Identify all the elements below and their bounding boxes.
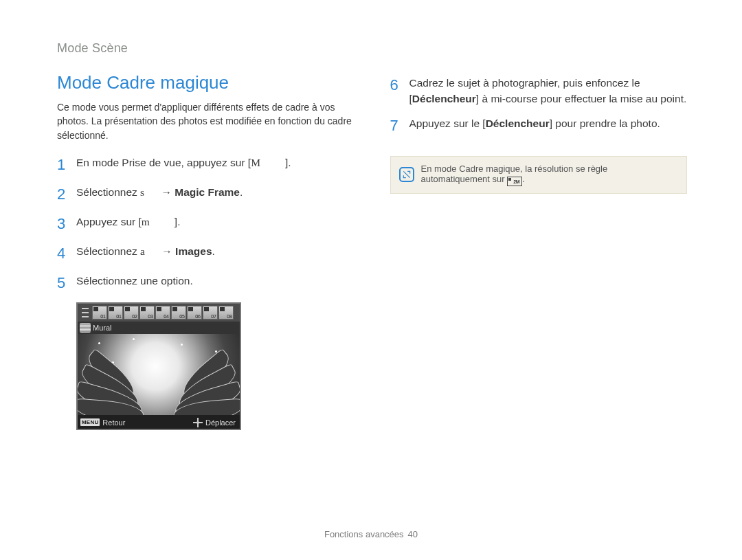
dpad-icon xyxy=(193,418,203,427)
step-body: Sélectionnez une option. xyxy=(76,273,355,289)
shutter-label: Déclencheur xyxy=(486,117,550,129)
side-indicator-icon xyxy=(80,306,90,319)
breadcrumb: Mode Scène xyxy=(57,41,687,56)
note-icon xyxy=(399,167,414,182)
step-number: 6 xyxy=(390,74,409,96)
step-body: Sélectionnez a → Images. xyxy=(76,243,355,259)
shutter-label: Déclencheur xyxy=(412,93,476,104)
frame-thumb: 01 xyxy=(92,306,107,320)
step-body: En mode Prise de vue, appuyez sur [M]. xyxy=(76,155,355,170)
menu-target: Images xyxy=(175,245,212,257)
anti-shake-icon xyxy=(80,323,91,333)
right-column: 6 Cadrez le sujet à photographier, puis … xyxy=(390,72,688,430)
frame-thumb: 02 xyxy=(124,306,139,320)
frame-thumb: 06 xyxy=(187,306,202,320)
step-number: 4 xyxy=(57,242,76,265)
step-number: 3 xyxy=(57,212,76,235)
section-heading: Mode Cadre magique xyxy=(57,72,355,93)
frame-name-label: Mural xyxy=(93,324,112,332)
menu-glyph: m xyxy=(142,214,150,229)
resolution-icon: 2M xyxy=(507,177,522,186)
step-item: 1 En mode Prise de vue, appuyez sur [M]. xyxy=(57,155,355,176)
frame-thumb: 04 xyxy=(155,306,170,320)
page-number: 40 xyxy=(408,529,418,539)
adjust-glyph: a xyxy=(140,243,145,259)
wing-decoration-icon xyxy=(169,346,240,415)
footer-section-label: Fonctions avancées xyxy=(324,529,404,539)
step-number: 1 xyxy=(57,153,76,176)
left-column: Mode Cadre magique Ce mode vous permet d… xyxy=(57,72,355,430)
step-body: Appuyez sur [m]. xyxy=(76,214,355,229)
footer-move-label: Déplacer xyxy=(205,418,236,427)
info-note: En mode Cadre magique, la résolution se … xyxy=(390,156,688,194)
footer-back-label: Retour xyxy=(102,418,125,427)
steps-list-left: 1 En mode Prise de vue, appuyez sur [M].… xyxy=(57,155,355,294)
frame-thumbnails-row: 01 01 02 03 04 05 06 07 08 xyxy=(78,304,240,322)
step-number: 7 xyxy=(390,114,409,137)
step-item: 6 Cadrez le sujet à photographier, puis … xyxy=(390,75,688,107)
scene-glyph: s xyxy=(140,184,144,200)
menu-target: Magic Frame xyxy=(175,186,240,198)
wing-decoration-icon xyxy=(78,346,148,415)
frame-preview xyxy=(78,334,240,415)
menu-badge-icon: MENU xyxy=(80,418,100,426)
page-footer: Fonctions avancées40 xyxy=(0,529,742,539)
screenshot-footer-bar: MENU Retour Déplacer xyxy=(78,415,240,430)
step-body: Sélectionnez s → Magic Frame. xyxy=(76,184,355,200)
note-text: En mode Cadre magique, la résolution se … xyxy=(421,164,677,187)
frame-thumb: 03 xyxy=(139,306,155,320)
camera-screenshot: 01 01 02 03 04 05 06 07 08 Mural xyxy=(76,302,241,430)
frame-thumb: 01 xyxy=(108,306,123,320)
steps-list-right: 6 Cadrez le sujet à photographier, puis … xyxy=(390,75,688,137)
step-number: 2 xyxy=(57,183,76,205)
step-item: 2 Sélectionnez s → Magic Frame. xyxy=(57,184,355,205)
frame-thumb: 08 xyxy=(218,306,234,320)
mode-button-glyph: M xyxy=(251,155,260,170)
step-item: 3 Appuyez sur [m]. xyxy=(57,214,355,235)
step-item: 7 Appuyez sur le [Déclencheur] pour pren… xyxy=(390,115,688,137)
step-body: Cadrez le sujet à photographier, puis en… xyxy=(409,75,688,107)
intro-text: Ce mode vous permet d'appliquer différen… xyxy=(57,100,355,142)
frame-thumb: 07 xyxy=(203,306,218,320)
step-number: 5 xyxy=(57,271,76,294)
frame-label-row: Mural xyxy=(78,322,240,334)
step-item: 5 Sélectionnez une option. xyxy=(57,273,355,294)
frame-thumb: 05 xyxy=(171,306,186,320)
step-body: Appuyez sur le [Déclencheur] pour prendr… xyxy=(409,115,688,131)
step-item: 4 Sélectionnez a → Images. xyxy=(57,243,355,265)
